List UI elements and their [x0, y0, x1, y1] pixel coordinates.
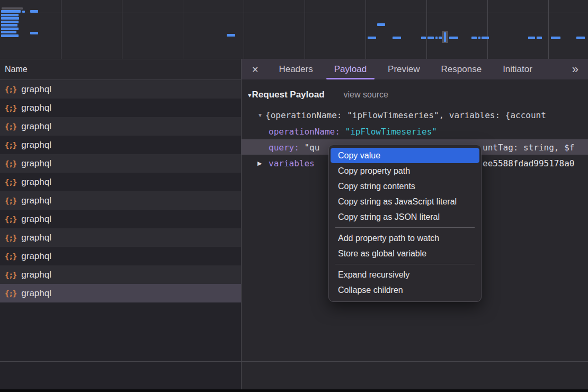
- payload-root-row[interactable]: ▼ {operationName: "ipFlowTimeseries", va…: [242, 106, 588, 123]
- request-payload-section: ▾ Request Payload view source: [248, 87, 388, 102]
- name-column-label: Name: [5, 65, 28, 74]
- grid-line-vertical: [244, 0, 244, 59]
- tab-initiator[interactable]: Initiator: [502, 59, 533, 79]
- collapsed-triangle-icon[interactable]: ▶: [257, 159, 262, 166]
- property-key: variables: [269, 158, 315, 168]
- request-name-label: graphql: [21, 103, 51, 113]
- overview-request-bar: [1, 14, 19, 16]
- property-key: query:: [269, 142, 304, 152]
- tab-payload[interactable]: Payload: [333, 59, 368, 79]
- overview-request-bar: [421, 37, 426, 39]
- request-row[interactable]: {;}graphql: [0, 99, 241, 117]
- network-overview-timeline[interactable]: [0, 0, 588, 59]
- grid-line-vertical: [426, 0, 427, 59]
- overview-request-bar: [435, 37, 438, 39]
- request-name-label: graphql: [21, 158, 51, 169]
- grid-line-vertical: [487, 0, 488, 59]
- context-menu: Copy valueCopy property pathCopy string …: [328, 145, 482, 302]
- overview-request-bar: [22, 11, 25, 13]
- overview-request-bar: [427, 37, 434, 39]
- overview-request-bar: [227, 34, 235, 37]
- request-name-label: graphql: [21, 84, 51, 95]
- request-row[interactable]: {;}graphql: [0, 154, 241, 173]
- json-icon: {;}: [5, 122, 16, 131]
- name-column-header[interactable]: Name: [0, 59, 241, 80]
- overview-request-bar: [471, 37, 477, 39]
- json-icon: {;}: [5, 271, 16, 279]
- json-icon: {;}: [5, 178, 16, 186]
- grid-line-vertical: [183, 0, 183, 59]
- close-icon[interactable]: ✕: [252, 65, 259, 75]
- menu-item-copy-property-path[interactable]: Copy property path: [331, 163, 479, 179]
- request-row[interactable]: {;}graphql: [0, 228, 241, 247]
- menu-item-copy-string-as-json-literal[interactable]: Copy string as JSON literal: [331, 209, 479, 225]
- overview-request-bar: [1, 31, 16, 33]
- more-tabs-icon[interactable]: »: [572, 63, 580, 76]
- overview-request-bar: [1, 34, 19, 37]
- request-name-label: graphql: [21, 195, 51, 206]
- grid-line-vertical: [305, 0, 305, 59]
- grid-line-horizontal: [0, 13, 588, 13]
- request-name-label: graphql: [21, 233, 51, 243]
- tab-response[interactable]: Response: [440, 59, 483, 79]
- grid-line-vertical: [548, 0, 549, 59]
- overview-request-bar: [30, 32, 38, 34]
- request-row[interactable]: {;}graphql: [0, 173, 241, 191]
- request-name-label: graphql: [21, 121, 51, 132]
- detail-tabbar: ✕ HeadersPayloadPreviewResponseInitiator…: [241, 59, 588, 79]
- json-icon: {;}: [5, 215, 16, 224]
- request-row[interactable]: {;}graphql: [0, 284, 241, 302]
- overview-request-bar: [1, 21, 19, 23]
- request-row[interactable]: {;}graphql: [0, 210, 241, 228]
- overview-request-bar: [576, 37, 585, 39]
- request-row[interactable]: {;}graphql: [0, 80, 241, 99]
- request-name-label: graphql: [21, 270, 51, 280]
- tab-preview[interactable]: Preview: [387, 59, 421, 79]
- menu-item-collapse-children[interactable]: Collapse children: [331, 282, 479, 298]
- overview-request-bar: [449, 37, 458, 39]
- property-value-right: ee5588fdad995178a0: [483, 158, 574, 168]
- overview-request-bar: [368, 37, 376, 39]
- json-icon: {;}: [5, 141, 16, 149]
- overview-request-bar: [1, 24, 17, 26]
- overview-request-bar: [377, 23, 385, 26]
- section-collapse-triangle-icon[interactable]: ▾: [248, 91, 252, 99]
- json-icon: {;}: [5, 104, 16, 112]
- view-source-link[interactable]: view source: [344, 90, 388, 100]
- overview-request-bar: [528, 37, 535, 39]
- json-icon: {;}: [5, 159, 16, 168]
- menu-item-copy-string-as-javascript-literal[interactable]: Copy string as JavaScript literal: [331, 194, 479, 209]
- operation-name-row[interactable]: operationName: "ipFlowTimeseries": [242, 123, 588, 139]
- request-name-label: graphql: [21, 177, 51, 188]
- overview-request-bar: [1, 28, 19, 30]
- request-list: {;}graphql{;}graphql{;}graphql{;}graphql…: [0, 80, 241, 302]
- overview-request-bar: [537, 37, 542, 39]
- requests-panel: Name {;}graphql{;}graphql{;}graphql{;}gr…: [0, 59, 241, 392]
- grid-line-vertical: [366, 0, 366, 59]
- request-row[interactable]: {;}graphql: [0, 247, 241, 265]
- devtools-network-panel: Name {;}graphql{;}graphql{;}graphql{;}gr…: [0, 0, 588, 392]
- grid-line-vertical: [122, 0, 122, 59]
- payload-root-preview: {operationName: "ipFlowTimeseries", vari…: [265, 110, 546, 120]
- request-row[interactable]: {;}graphql: [0, 191, 241, 210]
- request-row[interactable]: {;}graphql: [0, 117, 241, 136]
- overview-request-bar: [30, 10, 38, 13]
- property-value-right: untTag: string, $f: [483, 142, 574, 152]
- grid-line-vertical: [61, 0, 61, 59]
- request-name-label: graphql: [21, 214, 51, 225]
- overview-request-bar: [551, 37, 560, 39]
- request-row[interactable]: {;}graphql: [0, 136, 241, 154]
- menu-item-store-as-global-variable[interactable]: Store as global variable: [331, 246, 479, 261]
- overview-request-bar: [1, 10, 21, 13]
- menu-item-expand-recursively[interactable]: Expand recursively: [331, 267, 479, 282]
- overview-request-bar: [393, 37, 401, 39]
- menu-item-copy-value[interactable]: Copy value: [331, 148, 479, 163]
- json-icon: {;}: [5, 85, 16, 94]
- menu-item-copy-string-contents[interactable]: Copy string contents: [331, 179, 479, 194]
- request-row[interactable]: {;}graphql: [0, 265, 241, 284]
- summary-divider: [0, 361, 588, 362]
- tab-headers[interactable]: Headers: [278, 59, 314, 79]
- menu-item-add-property-path-to-watch[interactable]: Add property path to watch: [331, 230, 479, 246]
- expanded-triangle-icon[interactable]: ▼: [257, 112, 263, 118]
- overview-request-bar: [444, 32, 446, 42]
